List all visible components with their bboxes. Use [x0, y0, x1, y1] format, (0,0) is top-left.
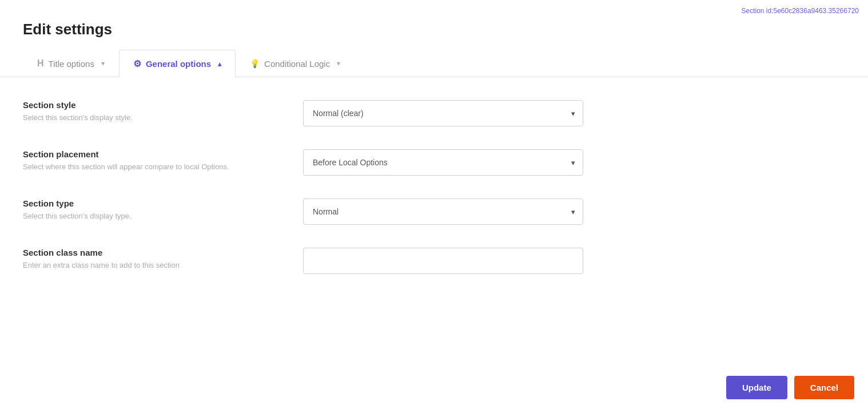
gear-icon: ⚙ [133, 58, 141, 69]
tab-conditional-logic-label: Conditional Logic [264, 59, 330, 69]
section-placement-select[interactable]: Before Local Options After Local Options [303, 149, 583, 176]
tab-title-options-label: Title options [49, 59, 94, 69]
bulb-icon: 💡 [250, 59, 260, 68]
section-type-label-col: Section type Select this section's displ… [23, 198, 303, 220]
section-style-select-wrapper: Normal (clear) Boxed Shadow ▾ [303, 100, 583, 126]
section-style-select[interactable]: Normal (clear) Boxed Shadow [303, 100, 583, 126]
section-class-name-row: Section class name Enter an extra class … [23, 248, 845, 274]
tab-conditional-logic-chevron: ▾ [337, 59, 340, 67]
content-area: Section style Select this section's disp… [0, 77, 868, 320]
page-title: Edit settings [0, 0, 868, 50]
section-id-label: Section id:5e60c2836a9463.35266720 [741, 7, 859, 15]
tab-general-options-chevron: ▴ [218, 60, 221, 68]
section-placement-row: Section placement Select where this sect… [23, 149, 845, 176]
page-container: Section id:5e60c2836a9463.35266720 Edit … [0, 0, 868, 413]
section-type-row: Section type Select this section's displ… [23, 198, 845, 225]
cancel-button[interactable]: Cancel [794, 376, 854, 399]
section-placement-select-wrapper: Before Local Options After Local Options… [303, 149, 583, 176]
section-type-select-wrapper: Normal Accordion Tab ▾ [303, 198, 583, 225]
section-class-name-control [303, 248, 583, 274]
section-class-name-desc: Enter an extra class name to add to this… [23, 261, 280, 269]
tab-general-options-label: General options [146, 59, 211, 69]
tabs-bar: H Title options ▾ ⚙ General options ▴ 💡 … [0, 50, 868, 77]
section-placement-desc: Select where this section will appear co… [23, 162, 280, 171]
section-class-name-label-col: Section class name Enter an extra class … [23, 248, 303, 269]
section-type-select[interactable]: Normal Accordion Tab [303, 198, 583, 225]
tab-general-options[interactable]: ⚙ General options ▴ [119, 50, 236, 77]
section-style-desc: Select this section's display style. [23, 113, 280, 122]
update-button[interactable]: Update [726, 376, 787, 399]
section-placement-label: Section placement [23, 149, 280, 159]
section-style-label: Section style [23, 100, 280, 110]
section-type-desc: Select this section's display type. [23, 212, 280, 220]
section-style-control: Normal (clear) Boxed Shadow ▾ [303, 100, 583, 126]
section-placement-control: Before Local Options After Local Options… [303, 149, 583, 176]
tab-title-options-chevron: ▾ [101, 59, 105, 67]
section-placement-label-col: Section placement Select where this sect… [23, 149, 303, 171]
section-style-row: Section style Select this section's disp… [23, 100, 845, 126]
section-style-label-col: Section style Select this section's disp… [23, 100, 303, 122]
section-type-label: Section type [23, 198, 280, 208]
tab-conditional-logic[interactable]: 💡 Conditional Logic ▾ [236, 50, 355, 77]
section-class-name-label: Section class name [23, 248, 280, 257]
tab-title-options[interactable]: H Title options ▾ [23, 50, 119, 77]
footer-buttons: Update Cancel [726, 376, 854, 399]
section-type-control: Normal Accordion Tab ▾ [303, 198, 583, 225]
h-icon: H [37, 58, 44, 69]
section-class-name-input[interactable] [303, 248, 583, 274]
